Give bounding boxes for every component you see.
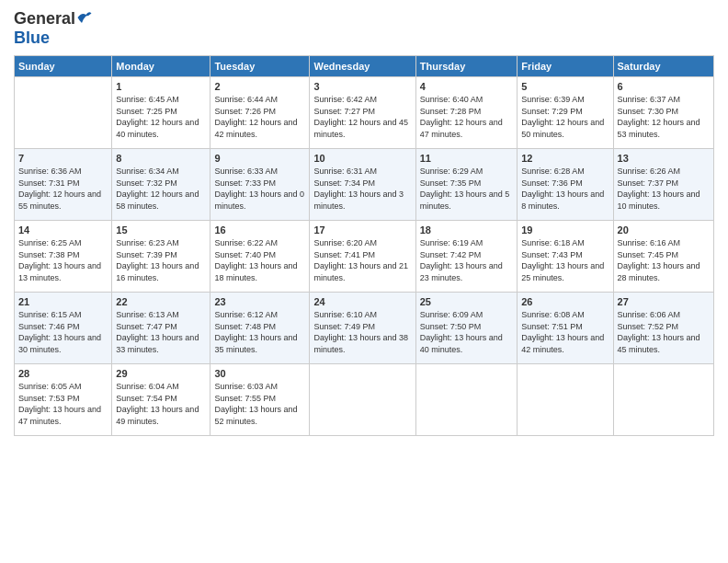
day-number: 23 [214,296,305,307]
day-info: Sunrise: 6:09 AMSunset: 7:50 PMDaylight:… [420,309,513,355]
calendar-cell: 17Sunrise: 6:20 AMSunset: 7:41 PMDayligh… [310,221,415,293]
logo-general-text: General [14,9,75,29]
calendar-cell: 18Sunrise: 6:19 AMSunset: 7:42 PMDayligh… [415,221,517,293]
calendar-cell: 28Sunrise: 6:05 AMSunset: 7:53 PMDayligh… [15,364,112,436]
day-info: Sunrise: 6:42 AMSunset: 7:27 PMDaylight:… [313,94,411,140]
calendar-cell: 14Sunrise: 6:25 AMSunset: 7:38 PMDayligh… [15,221,112,293]
day-info: Sunrise: 6:26 AMSunset: 7:37 PMDaylight:… [618,166,710,212]
calendar-week-row: 7Sunrise: 6:36 AMSunset: 7:31 PMDaylight… [15,149,714,221]
day-number: 12 [521,153,609,164]
day-number: 15 [116,224,206,236]
calendar-week-row: 1Sunrise: 6:45 AMSunset: 7:25 PMDaylight… [15,77,714,149]
day-number: 1 [116,81,206,92]
day-number: 10 [313,153,411,164]
weekday-header-wednesday: Wednesday [310,56,415,77]
day-info: Sunrise: 6:31 AMSunset: 7:34 PMDaylight:… [313,166,411,212]
day-info: Sunrise: 6:29 AMSunset: 7:35 PMDaylight:… [420,166,513,212]
calendar-cell: 30Sunrise: 6:03 AMSunset: 7:55 PMDayligh… [210,364,310,436]
day-number: 4 [420,81,513,92]
calendar-cell: 12Sunrise: 6:28 AMSunset: 7:36 PMDayligh… [518,149,613,221]
day-info: Sunrise: 6:37 AMSunset: 7:30 PMDaylight:… [618,94,710,140]
day-info: Sunrise: 6:44 AMSunset: 7:26 PMDaylight:… [214,94,305,140]
weekday-header-sunday: Sunday [15,56,112,77]
calendar-cell: 22Sunrise: 6:13 AMSunset: 7:47 PMDayligh… [112,293,210,364]
day-info: Sunrise: 6:33 AMSunset: 7:33 PMDaylight:… [214,166,305,212]
calendar-cell: 7Sunrise: 6:36 AMSunset: 7:31 PMDaylight… [15,149,112,221]
calendar-cell: 3Sunrise: 6:42 AMSunset: 7:27 PMDaylight… [310,77,415,149]
day-info: Sunrise: 6:15 AMSunset: 7:46 PMDaylight:… [18,309,108,355]
day-number: 21 [18,296,108,307]
day-number: 17 [313,224,411,236]
calendar-week-row: 14Sunrise: 6:25 AMSunset: 7:38 PMDayligh… [15,221,714,293]
day-number: 19 [521,224,609,236]
weekday-header-friday: Friday [518,56,613,77]
day-info: Sunrise: 6:28 AMSunset: 7:36 PMDaylight:… [521,166,609,212]
calendar-cell: 13Sunrise: 6:26 AMSunset: 7:37 PMDayligh… [613,149,713,221]
day-info: Sunrise: 6:13 AMSunset: 7:47 PMDaylight:… [116,309,206,355]
day-number: 18 [420,224,513,236]
day-info: Sunrise: 6:20 AMSunset: 7:41 PMDaylight:… [313,237,411,283]
day-number: 11 [420,153,513,164]
day-number: 22 [116,296,206,307]
calendar-week-row: 28Sunrise: 6:05 AMSunset: 7:53 PMDayligh… [15,364,714,436]
calendar-week-row: 21Sunrise: 6:15 AMSunset: 7:46 PMDayligh… [15,293,714,364]
calendar-cell: 1Sunrise: 6:45 AMSunset: 7:25 PMDaylight… [112,77,210,149]
logo-bird-icon [76,9,93,26]
calendar-cell: 6Sunrise: 6:37 AMSunset: 7:30 PMDaylight… [613,77,713,149]
weekday-header-saturday: Saturday [613,56,713,77]
calendar-cell: 2Sunrise: 6:44 AMSunset: 7:26 PMDaylight… [210,77,310,149]
day-number: 16 [214,224,305,236]
calendar-cell: 25Sunrise: 6:09 AMSunset: 7:50 PMDayligh… [415,293,517,364]
day-number: 25 [420,296,513,307]
day-number: 13 [618,153,710,164]
calendar-cell: 9Sunrise: 6:33 AMSunset: 7:33 PMDaylight… [210,149,310,221]
calendar-cell [613,364,713,436]
weekday-header-thursday: Thursday [415,56,517,77]
logo: General Blue [14,9,93,48]
day-info: Sunrise: 6:19 AMSunset: 7:42 PMDaylight:… [420,237,513,283]
calendar-cell: 11Sunrise: 6:29 AMSunset: 7:35 PMDayligh… [415,149,517,221]
day-info: Sunrise: 6:12 AMSunset: 7:48 PMDaylight:… [214,309,305,355]
day-number: 26 [521,296,609,307]
calendar-cell: 15Sunrise: 6:23 AMSunset: 7:39 PMDayligh… [112,221,210,293]
day-info: Sunrise: 6:03 AMSunset: 7:55 PMDaylight:… [214,381,305,427]
calendar-cell [310,364,415,436]
day-info: Sunrise: 6:25 AMSunset: 7:38 PMDaylight:… [18,237,108,283]
calendar-cell: 8Sunrise: 6:34 AMSunset: 7:32 PMDaylight… [112,149,210,221]
calendar-cell: 29Sunrise: 6:04 AMSunset: 7:54 PMDayligh… [112,364,210,436]
calendar-table: SundayMondayTuesdayWednesdayThursdayFrid… [14,55,714,436]
weekday-header-row: SundayMondayTuesdayWednesdayThursdayFrid… [15,56,714,77]
page-container: General Blue SundayMondayTuesdayWednesda… [0,0,728,445]
day-info: Sunrise: 6:39 AMSunset: 7:29 PMDaylight:… [521,94,609,140]
day-number: 20 [618,224,710,236]
day-info: Sunrise: 6:04 AMSunset: 7:54 PMDaylight:… [116,381,206,427]
day-info: Sunrise: 6:40 AMSunset: 7:28 PMDaylight:… [420,94,513,140]
header: General Blue [14,9,714,48]
day-info: Sunrise: 6:34 AMSunset: 7:32 PMDaylight:… [116,166,206,212]
day-number: 8 [116,153,206,164]
calendar-cell: 16Sunrise: 6:22 AMSunset: 7:40 PMDayligh… [210,221,310,293]
weekday-header-tuesday: Tuesday [210,56,310,77]
day-info: Sunrise: 6:36 AMSunset: 7:31 PMDaylight:… [18,166,108,212]
day-info: Sunrise: 6:06 AMSunset: 7:52 PMDaylight:… [618,309,710,355]
day-info: Sunrise: 6:23 AMSunset: 7:39 PMDaylight:… [116,237,206,283]
weekday-header-monday: Monday [112,56,210,77]
day-info: Sunrise: 6:05 AMSunset: 7:53 PMDaylight:… [18,381,108,427]
calendar-cell: 27Sunrise: 6:06 AMSunset: 7:52 PMDayligh… [613,293,713,364]
calendar-cell: 26Sunrise: 6:08 AMSunset: 7:51 PMDayligh… [518,293,613,364]
calendar-cell: 21Sunrise: 6:15 AMSunset: 7:46 PMDayligh… [15,293,112,364]
day-number: 29 [116,368,206,379]
day-number: 28 [18,368,108,379]
day-info: Sunrise: 6:22 AMSunset: 7:40 PMDaylight:… [214,237,305,283]
day-number: 30 [214,368,305,379]
day-number: 9 [214,153,305,164]
day-info: Sunrise: 6:10 AMSunset: 7:49 PMDaylight:… [313,309,411,355]
day-number: 5 [521,81,609,92]
calendar-cell [415,364,517,436]
day-info: Sunrise: 6:45 AMSunset: 7:25 PMDaylight:… [116,94,206,140]
calendar-cell: 24Sunrise: 6:10 AMSunset: 7:49 PMDayligh… [310,293,415,364]
calendar-cell: 23Sunrise: 6:12 AMSunset: 7:48 PMDayligh… [210,293,310,364]
day-number: 6 [618,81,710,92]
day-number: 3 [313,81,411,92]
calendar-cell: 20Sunrise: 6:16 AMSunset: 7:45 PMDayligh… [613,221,713,293]
